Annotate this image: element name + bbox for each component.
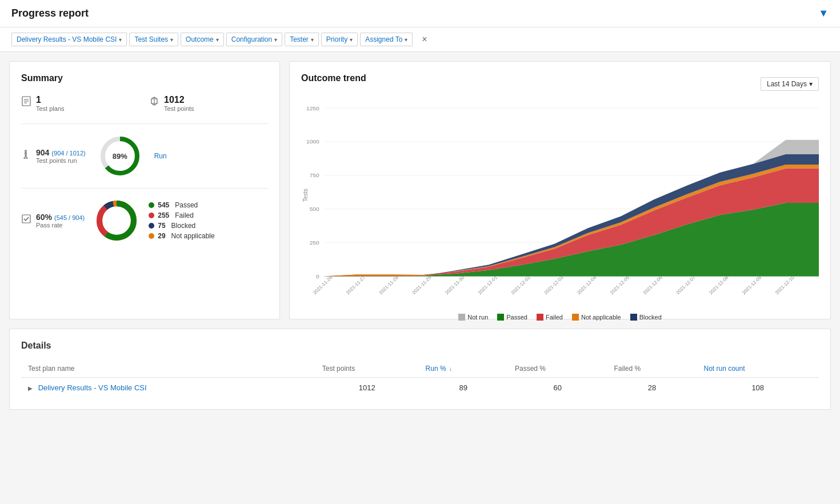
filter-outcome[interactable]: Outcome ▾ (181, 33, 224, 46)
passed-dot (149, 202, 154, 208)
failed-pct-cell: 28 (607, 378, 697, 398)
not-applicable-color (572, 314, 579, 321)
chevron-down-icon: ▾ (170, 37, 173, 43)
col-not-run-count-label: Not run count (704, 365, 745, 373)
details-table: Test plan name Test points Run % ↓ Passe… (21, 360, 819, 398)
svg-text:2021-12-08: 2021-12-08 (708, 274, 730, 295)
filter-tester-label: Tester (290, 35, 309, 43)
col-run-pct[interactable]: Run % ↓ (419, 360, 508, 378)
col-not-run-count: Not run count (697, 360, 819, 378)
failed-label: Failed (175, 211, 194, 219)
test-tube-icon (21, 149, 31, 161)
col-test-points: Test points (315, 360, 419, 378)
passed-chart-label: Passed (506, 314, 527, 321)
col-run-pct-label: Run % (426, 365, 446, 373)
col-test-plan-name-label: Test plan name (28, 365, 74, 373)
outcome-chart: 1250 1000 750 500 250 0 (301, 102, 819, 307)
table-row: ▶ Delivery Results - VS Mobile CSI 1012 … (21, 378, 819, 398)
close-icon[interactable]: × (417, 32, 431, 47)
summary-card: Summary 1 Test plans (9, 61, 280, 319)
not-run-label: Not run (467, 314, 488, 321)
filter-priority-label: Priority (326, 35, 347, 43)
svg-text:2021-11-28: 2021-11-28 (378, 274, 399, 295)
filter-assigned-to[interactable]: Assigned To ▾ (360, 33, 413, 46)
test-points-run-section: 904 (904 / 1012) Test points run (21, 133, 268, 179)
filter-tester[interactable]: Tester ▾ (285, 33, 319, 46)
pass-rate-sub: (545 / 904) (54, 214, 85, 221)
pass-rate-label: Pass rate (36, 222, 85, 229)
summary-stats-grid: 1 Test plans 1012 (21, 95, 268, 112)
chevron-down-icon: ▾ (119, 37, 122, 43)
run-pct-cell: 89 (419, 378, 508, 398)
svg-text:500: 500 (310, 206, 319, 212)
blocked-dot (149, 223, 154, 229)
legend-failed-chart: Failed (537, 314, 563, 321)
test-points-stat: 1012 Test points (149, 95, 268, 112)
test-plans-icon (21, 96, 31, 109)
svg-text:750: 750 (310, 172, 319, 178)
legend-blocked-chart: Blocked (630, 314, 662, 321)
filter-configuration[interactable]: Configuration ▾ (226, 33, 282, 46)
outcome-trend-title: Outcome trend (301, 73, 366, 83)
pass-rate-stat: 60% (545 / 904) Pass rate (21, 213, 85, 229)
plan-name-cell: ▶ Delivery Results - VS Mobile CSI (21, 378, 315, 398)
details-card: Details Test plan name Test points Run %… (9, 329, 831, 410)
legend-not-applicable-chart: Not applicable (572, 314, 621, 321)
filter-priority[interactable]: Priority ▾ (321, 33, 358, 46)
svg-text:2021-12-07: 2021-12-07 (675, 274, 697, 295)
col-passed-pct: Passed % (508, 360, 607, 378)
plan-name-link[interactable]: Delivery Results - VS Mobile CSI (38, 383, 147, 392)
run-link[interactable]: Run (154, 152, 167, 160)
failed-color (537, 314, 543, 321)
chevron-down-icon: ▾ (350, 37, 353, 43)
passed-label: Passed (175, 201, 198, 209)
failed-dot (149, 213, 154, 218)
legend-passed-chart: Passed (497, 314, 527, 321)
svg-text:2021-12-01: 2021-12-01 (477, 274, 498, 295)
svg-text:2021-12-03: 2021-12-03 (543, 274, 565, 295)
filter-delivery-results[interactable]: Delivery Results - VS Mobile CSI ▾ (11, 33, 127, 46)
test-points-run-sub: (904 / 1012) (51, 150, 85, 157)
passed-count: 545 (158, 201, 169, 209)
blocked-color (630, 314, 637, 321)
svg-text:2021-12-06: 2021-12-06 (642, 274, 663, 295)
svg-text:1250: 1250 (306, 105, 319, 111)
legend-failed: 255 Failed (149, 211, 214, 219)
not-applicable-chart-label: Not applicable (581, 314, 621, 321)
table-header: Test plan name Test points Run % ↓ Passe… (21, 360, 819, 378)
col-test-points-label: Test points (322, 365, 355, 373)
not-applicable-count: 29 (158, 232, 165, 240)
expand-icon[interactable]: ▶ (28, 385, 33, 391)
test-points-run-main: 904 (36, 148, 49, 157)
filter-test-suites-label: Test Suites (134, 35, 168, 43)
not-run-count-cell: 108 (697, 378, 819, 398)
run-progress-wrap: 89% Run (97, 133, 167, 179)
col-test-plan-name: Test plan name (21, 360, 315, 378)
blocked-label: Blocked (171, 222, 196, 230)
filter-test-suites[interactable]: Test Suites ▾ (129, 33, 178, 46)
sort-arrow-icon: ↓ (449, 366, 452, 372)
chart-legend: Not run Passed Failed Not applicable (301, 314, 819, 321)
chevron-down-icon: ▾ (216, 37, 219, 43)
filter-outcome-label: Outcome (186, 35, 214, 43)
date-range-button[interactable]: Last 14 Days ▾ (761, 77, 819, 91)
col-failed-pct-label: Failed % (614, 365, 641, 373)
test-points-cell: 1012 (315, 378, 419, 398)
legend-not-applicable: 29 Not applicable (149, 232, 214, 240)
main-content: Summary 1 Test plans (0, 52, 840, 419)
summary-title: Summary (21, 73, 268, 83)
legend-not-run: Not run (458, 314, 488, 321)
filter-icon[interactable]: ▼ (818, 7, 829, 19)
svg-text:Tests: Tests (302, 189, 309, 202)
not-applicable-label: Not applicable (171, 232, 215, 240)
chevron-down-icon: ▾ (274, 37, 277, 43)
blocked-count: 75 (158, 222, 165, 230)
pass-rate-legend: 545 Passed 255 Failed 75 Blocked (149, 201, 214, 240)
pass-rate-section: 60% (545 / 904) Pass rate (21, 198, 268, 243)
not-applicable-dot (149, 233, 154, 239)
table-body: ▶ Delivery Results - VS Mobile CSI 1012 … (21, 378, 819, 398)
run-pct-label: 89% (113, 152, 127, 161)
top-row: Summary 1 Test plans (9, 61, 831, 319)
svg-text:0: 0 (316, 273, 319, 279)
details-title: Details (21, 341, 819, 351)
